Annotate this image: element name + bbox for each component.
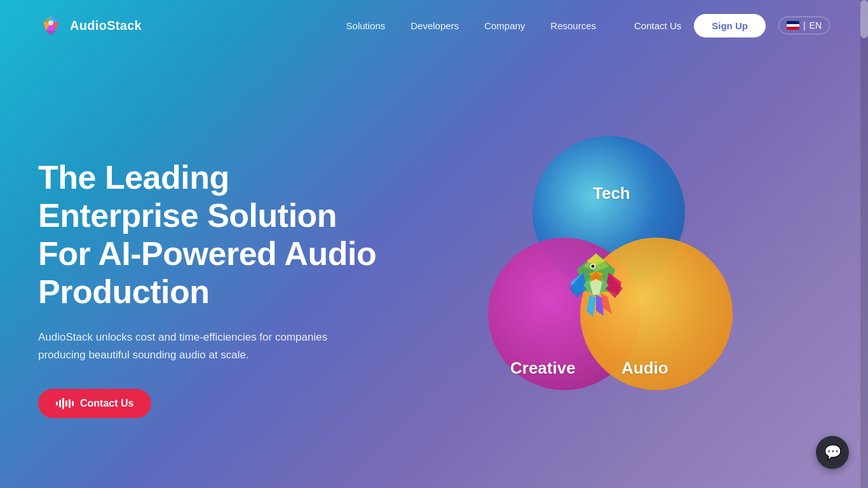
- nav-solutions[interactable]: Solutions: [346, 20, 386, 31]
- brand-name: AudioStack: [70, 18, 142, 33]
- venn-diagram: Tech Creative Audio: [475, 123, 742, 416]
- venn-label-creative: Creative: [510, 358, 576, 378]
- nav-resources[interactable]: Resources: [550, 20, 596, 31]
- svg-marker-5: [46, 30, 56, 36]
- flag-icon: [787, 21, 799, 30]
- nav-developers[interactable]: Developers: [410, 20, 459, 31]
- lang-divider: |: [803, 20, 806, 30]
- hero-title: The Leading Enterprise Solution For AI-P…: [38, 159, 388, 311]
- chat-icon: 💬: [824, 444, 841, 461]
- hero-subtitle: AudioStack unlocks cost and time-efficie…: [38, 329, 330, 363]
- svg-point-11: [592, 265, 595, 268]
- nav-contact-us[interactable]: Contact Us: [634, 20, 681, 31]
- svg-point-6: [48, 20, 53, 25]
- nav-company[interactable]: Company: [484, 20, 525, 31]
- hero-visual: Tech Creative Audio: [388, 89, 830, 488]
- waveform-icon: [56, 398, 74, 409]
- language-selector[interactable]: | EN: [778, 17, 830, 34]
- nav-links: Solutions Developers Company Resources: [346, 20, 597, 31]
- hero-contact-button[interactable]: Contact Us: [38, 389, 151, 418]
- signup-button[interactable]: Sign Up: [694, 14, 766, 37]
- svg-marker-17: [587, 295, 596, 317]
- scrollbar-thumb[interactable]: [860, 0, 868, 38]
- parrot-icon: [558, 247, 634, 330]
- venn-label-audio: Audio: [621, 358, 668, 378]
- hero-text: The Leading Enterprise Solution For AI-P…: [38, 159, 388, 418]
- lang-code: EN: [810, 20, 822, 30]
- logo-icon: [38, 13, 64, 38]
- navbar: AudioStack Solutions Developers Company …: [0, 0, 868, 51]
- hero-cta-label: Contact Us: [80, 398, 133, 409]
- hero-content: The Leading Enterprise Solution For AI-P…: [0, 51, 868, 488]
- logo-area[interactable]: AudioStack: [38, 13, 142, 38]
- scrollbar[interactable]: [860, 0, 868, 488]
- nav-right: Contact Us Sign Up | EN: [634, 14, 830, 37]
- chat-button[interactable]: 💬: [816, 436, 849, 469]
- venn-label-tech: Tech: [593, 184, 630, 203]
